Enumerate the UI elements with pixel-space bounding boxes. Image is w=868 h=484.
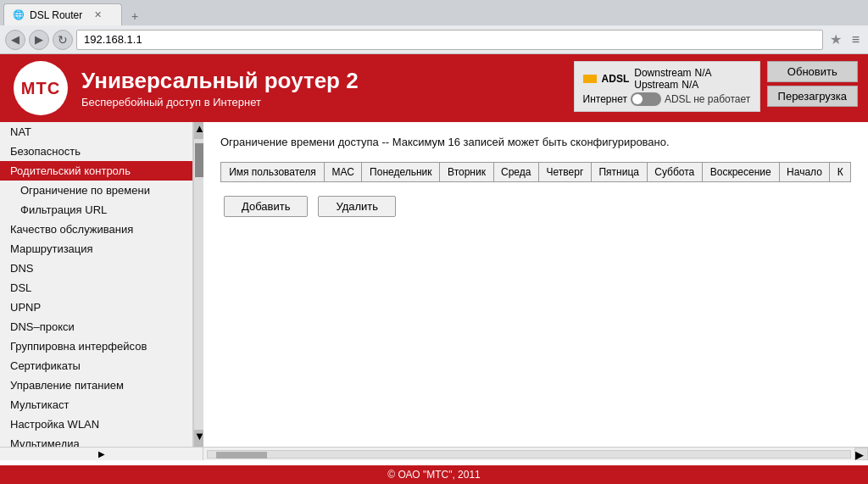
upstream-value: N/A [682, 79, 698, 91]
sidebar-item[interactable]: Качество обслуживания [0, 220, 192, 239]
sidebar-item[interactable]: Сертификаты [0, 356, 192, 376]
internet-label: Интернет [583, 93, 627, 105]
sidebar-item[interactable]: DNS [0, 259, 192, 278]
adsl-indicator [583, 75, 597, 83]
adsl-label: ADSL [602, 73, 630, 85]
delete-button[interactable]: Удалить [318, 196, 396, 217]
sidebar-bottom-btn[interactable]: ▶ [0, 448, 203, 460]
add-button[interactable]: Добавить [224, 196, 308, 217]
table-column-header: Суббота [647, 163, 702, 182]
scroll-thumb[interactable] [195, 143, 203, 177]
header-right: ADSL Downstream N/A Upstream N/A Интерне… [574, 61, 858, 112]
forward-button[interactable]: ▶ [29, 30, 49, 50]
new-tab-button[interactable]: + [125, 7, 144, 25]
tab-favicon: 🌐 [13, 9, 25, 20]
table-column-header: Воскресение [702, 163, 779, 182]
downstream-label: Downstream [634, 67, 691, 79]
sidebar-item[interactable]: Мультикаст [0, 395, 192, 414]
sidebar: NATБезопасностьРодительский контрольОгра… [0, 122, 193, 447]
table-column-header: Пятница [591, 163, 647, 182]
table-header: Имя пользователяМАСПонедельникВторникСре… [221, 163, 851, 182]
sidebar-right-arrow: ▶ [98, 449, 105, 459]
sidebar-item[interactable]: Безопасность [0, 142, 192, 161]
sidebar-wrapper: NATБезопасностьРодительский контрольОгра… [0, 122, 203, 447]
sidebar-item[interactable]: Родительский контроль [0, 161, 192, 181]
header-buttons: Обновить Перезагрузка [767, 61, 858, 107]
sidebar-scrollbar[interactable]: ▲ ▼ [193, 122, 203, 447]
mts-logo: МТС [14, 61, 68, 115]
adsl-row: ADSL Downstream N/A Upstream N/A [583, 67, 751, 91]
reload-button[interactable]: ↻ [53, 30, 73, 50]
toggle-knob [632, 94, 643, 104]
table-header-row: Имя пользователяМАСПонедельникВторникСре… [221, 163, 851, 182]
table-column-header: Понедельник [362, 163, 440, 182]
page-title: Ограничение времени доступа -- Максимум … [220, 136, 851, 148]
footer-text: © ОАО "МТС", 2011 [387, 469, 481, 481]
sidebar-item[interactable]: Фильтрация URL [0, 200, 192, 220]
bookmark-icon[interactable]: ★ [826, 30, 845, 49]
sidebar-item[interactable]: NAT [0, 122, 192, 142]
downstream-row: Downstream N/A [634, 67, 711, 79]
internet-row: Интернет ADSL не работает [583, 92, 751, 106]
downstream-value: N/A [695, 67, 712, 79]
table-column-header: МАС [325, 163, 362, 182]
table-column-header: Среда [493, 163, 538, 182]
table-column-header: К [830, 163, 851, 182]
content-scroll-track[interactable] [207, 450, 851, 459]
sidebar-item[interactable]: Настройка WLAN [0, 414, 192, 434]
tab-bar: 🌐 DSL Router ✕ + [0, 0, 868, 25]
buttons-row: Добавить Удалить [220, 196, 851, 217]
sidebar-item[interactable]: Управление питанием [0, 376, 192, 395]
access-time-table: Имя пользователяМАСПонедельникВторникСре… [220, 162, 851, 182]
internet-toggle[interactable] [631, 92, 661, 106]
table-column-header: Четверг [538, 163, 591, 182]
reboot-button[interactable]: Перезагрузка [767, 86, 858, 107]
main-layout: NATБезопасностьРодительский контрольОгра… [0, 122, 868, 447]
adsl-speeds: Downstream N/A Upstream N/A [634, 67, 711, 91]
router-title: Универсальный роутер 2 [81, 68, 359, 94]
tab-title: DSL Router [30, 9, 82, 21]
router-title-block: Универсальный роутер 2 Бесперебойный дос… [81, 68, 359, 108]
sidebar-item[interactable]: UPNP [0, 298, 192, 317]
footer: © ОАО "МТС", 2011 [0, 465, 868, 484]
refresh-button[interactable]: Обновить [767, 61, 858, 82]
adsl-status: ADSL не работает [665, 93, 750, 105]
logo-text: МТС [21, 79, 60, 98]
table-column-header: Имя пользователя [221, 163, 325, 182]
scroll-down-btn[interactable]: ▼ [194, 430, 203, 447]
address-bar[interactable] [76, 30, 823, 50]
sidebar-item[interactable]: Группировна интерфейсов [0, 337, 192, 356]
browser-chrome: 🌐 DSL Router ✕ + ◀ ▶ ↻ ★ ≡ [0, 0, 868, 54]
sidebar-item[interactable]: DSL [0, 278, 192, 298]
router-header: МТС Универсальный роутер 2 Бесперебойный… [0, 54, 868, 122]
sidebar-item[interactable]: Маршрутизация [0, 239, 192, 259]
menu-icon[interactable]: ≡ [849, 31, 863, 49]
upstream-label: Upstream [634, 79, 678, 91]
nav-bar: ◀ ▶ ↻ ★ ≡ [0, 25, 868, 54]
back-button[interactable]: ◀ [5, 30, 25, 50]
upstream-row: Upstream N/A [634, 79, 711, 91]
sidebar-item[interactable]: Мультимедиа [0, 434, 192, 447]
router-subtitle: Бесперебойный доступ в Интернет [81, 96, 359, 108]
browser-tab[interactable]: 🌐 DSL Router ✕ [3, 3, 122, 25]
scroll-up-btn[interactable]: ▲ [194, 122, 203, 139]
table-column-header: Начало [779, 163, 830, 182]
scroll-right-btn[interactable]: ▶ [854, 448, 868, 460]
sidebar-item[interactable]: DNS–прокси [0, 317, 192, 337]
content-area: Ограничение времени доступа -- Максимум … [203, 122, 868, 447]
bottom-scrollbar: ▶ ▶ [0, 447, 868, 460]
table-column-header: Вторник [440, 163, 493, 182]
adsl-info: ADSL Downstream N/A Upstream N/A Интерне… [574, 61, 760, 112]
sidebar-item[interactable]: Ограничение по времени [0, 181, 192, 200]
content-scroll-thumb[interactable] [216, 452, 267, 459]
tab-close-icon[interactable]: ✕ [94, 9, 102, 20]
